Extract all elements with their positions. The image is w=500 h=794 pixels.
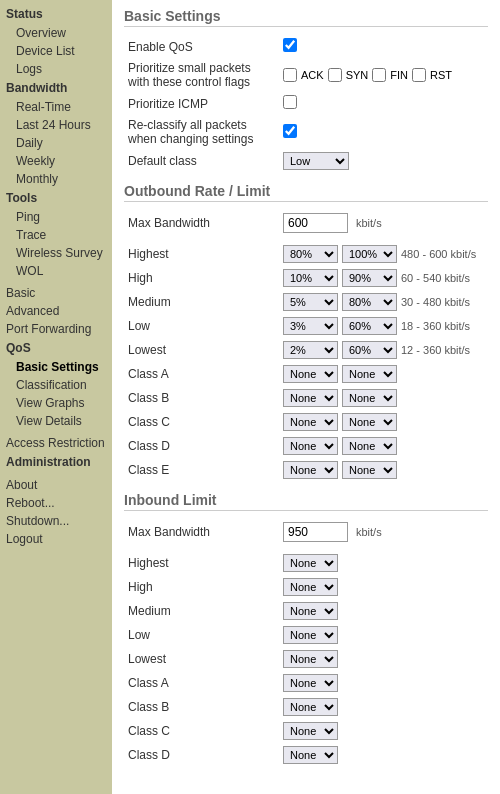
inbound-sel-3[interactable]: None10%20%30%40%50%60%70%80%90%100%	[283, 626, 338, 644]
outbound-sel1-6[interactable]: 80%10%5%3%2%None15%20%25%30%40%50%60%70%…	[283, 389, 338, 407]
outbound-title: Outbound Rate / Limit	[124, 183, 488, 202]
enable-qos-row: Enable QoS	[124, 35, 488, 58]
inbound-label-7: Class C	[124, 719, 279, 743]
default-class-row: Default class Low Lowest Highest High Me…	[124, 149, 488, 173]
outbound-row-medium: Medium80%10%5%3%2%None15%20%25%30%40%50%…	[124, 290, 488, 314]
inbound-sel-2[interactable]: None10%20%30%40%50%60%70%80%90%100%	[283, 602, 338, 620]
sidebar-item-view-details[interactable]: View Details	[0, 412, 112, 430]
outbound-sel1-5[interactable]: 80%10%5%3%2%None15%20%25%30%40%50%60%70%…	[283, 365, 338, 383]
sidebar-item-port-forwarding[interactable]: Port Forwarding	[0, 320, 112, 338]
outbound-sel1-3[interactable]: 80%10%5%3%2%None15%20%25%30%40%50%60%70%…	[283, 317, 338, 335]
inbound-sel-5[interactable]: None10%20%30%40%50%60%70%80%90%100%	[283, 674, 338, 692]
outbound-sel2-9[interactable]: 100%90%80%70%60%50%40%30%20%10%None	[342, 461, 397, 479]
prioritize-small-row: Prioritize small packets with these cont…	[124, 58, 488, 92]
max-bandwidth-input[interactable]	[283, 213, 348, 233]
inbound-sel-0[interactable]: None10%20%30%40%50%60%70%80%90%100%	[283, 554, 338, 572]
sidebar-item-advanced[interactable]: Advanced	[0, 302, 112, 320]
fin-checkbox[interactable]	[372, 68, 386, 82]
outbound-sel1-7[interactable]: 80%10%5%3%2%None15%20%25%30%40%50%60%70%…	[283, 413, 338, 431]
sidebar-item-real-time[interactable]: Real-Time	[0, 98, 112, 116]
sidebar-item-reboot-[interactable]: Reboot...	[0, 494, 112, 512]
outbound-range-4: 12 - 360 kbit/s	[401, 344, 470, 356]
sidebar-item-wol[interactable]: WOL	[0, 262, 112, 280]
prioritize-icmp-checkbox[interactable]	[283, 95, 297, 109]
outbound-label-9: Class E	[124, 458, 279, 482]
outbound-sel1-0[interactable]: 80%10%5%3%2%None15%20%25%30%40%50%60%70%…	[283, 245, 338, 263]
inbound-label-3: Low	[124, 623, 279, 647]
outbound-sel2-2[interactable]: 100%90%80%70%60%50%40%30%20%10%None	[342, 293, 397, 311]
prioritize-small-label: Prioritize small packets with these cont…	[124, 58, 279, 92]
outbound-sel2-0[interactable]: 100%90%80%70%60%50%40%30%20%10%None	[342, 245, 397, 263]
reclassify-checkbox[interactable]	[283, 124, 297, 138]
inbound-label-0: Highest	[124, 551, 279, 575]
outbound-sel2-5[interactable]: 100%90%80%70%60%50%40%30%20%10%None	[342, 365, 397, 383]
outbound-range-3: 18 - 360 kbit/s	[401, 320, 470, 332]
outbound-range-2: 30 - 480 kbit/s	[401, 296, 470, 308]
sidebar-item-about[interactable]: About	[0, 476, 112, 494]
sidebar-item-daily[interactable]: Daily	[0, 134, 112, 152]
inbound-label-5: Class A	[124, 671, 279, 695]
default-class-select[interactable]: Low Lowest Highest High Medium	[283, 152, 349, 170]
enable-qos-label: Enable QoS	[124, 35, 279, 58]
outbound-sel2-7[interactable]: 100%90%80%70%60%50%40%30%20%10%None	[342, 413, 397, 431]
inbound-row-class-d: Class DNone10%20%30%40%50%60%70%80%90%10…	[124, 743, 488, 767]
sidebar-item-view-graphs[interactable]: View Graphs	[0, 394, 112, 412]
inbound-label-2: Medium	[124, 599, 279, 623]
outbound-label-2: Medium	[124, 290, 279, 314]
inbound-max-bandwidth-input[interactable]	[283, 522, 348, 542]
outbound-row-high: High80%10%5%3%2%None15%20%25%30%40%50%60…	[124, 266, 488, 290]
sidebar-item-basic-settings[interactable]: Basic Settings	[0, 358, 112, 376]
sidebar-item-trace[interactable]: Trace	[0, 226, 112, 244]
outbound-label-0: Highest	[124, 242, 279, 266]
outbound-sel2-3[interactable]: 100%90%80%70%60%50%40%30%20%10%None	[342, 317, 397, 335]
sidebar-item-logs[interactable]: Logs	[0, 60, 112, 78]
inbound-label-6: Class B	[124, 695, 279, 719]
basic-settings-table: Enable QoS Prioritize small packets with…	[124, 35, 488, 173]
inbound-sel-6[interactable]: None10%20%30%40%50%60%70%80%90%100%	[283, 698, 338, 716]
ack-checkbox[interactable]	[283, 68, 297, 82]
sidebar-item-weekly[interactable]: Weekly	[0, 152, 112, 170]
outbound-row-class-a: Class A80%10%5%3%2%None15%20%25%30%40%50…	[124, 362, 488, 386]
outbound-sel2-4[interactable]: 100%90%80%70%60%50%40%30%20%10%None	[342, 341, 397, 359]
inbound-label-8: Class D	[124, 743, 279, 767]
syn-checkbox[interactable]	[328, 68, 342, 82]
inbound-sel-1[interactable]: None10%20%30%40%50%60%70%80%90%100%	[283, 578, 338, 596]
sidebar-item-device-list[interactable]: Device List	[0, 42, 112, 60]
sidebar-item-monthly[interactable]: Monthly	[0, 170, 112, 188]
sidebar-item-logout[interactable]: Logout	[0, 530, 112, 548]
outbound-sel1-1[interactable]: 80%10%5%3%2%None15%20%25%30%40%50%60%70%…	[283, 269, 338, 287]
sidebar-item-overview[interactable]: Overview	[0, 24, 112, 42]
sidebar-item-wireless-survey[interactable]: Wireless Survey	[0, 244, 112, 262]
inbound-row-low: LowNone10%20%30%40%50%60%70%80%90%100%	[124, 623, 488, 647]
sidebar-item-access-restriction[interactable]: Access Restriction	[0, 434, 112, 452]
outbound-sel2-6[interactable]: 100%90%80%70%60%50%40%30%20%10%None	[342, 389, 397, 407]
sidebar-item-shutdown-[interactable]: Shutdown...	[0, 512, 112, 530]
inbound-table: Max Bandwidth kbit/s HighestNone10%20%30…	[124, 519, 488, 767]
inbound-row-high: HighNone10%20%30%40%50%60%70%80%90%100%	[124, 575, 488, 599]
inbound-row-highest: HighestNone10%20%30%40%50%60%70%80%90%10…	[124, 551, 488, 575]
inbound-label-1: High	[124, 575, 279, 599]
outbound-sel2-8[interactable]: 100%90%80%70%60%50%40%30%20%10%None	[342, 437, 397, 455]
sidebar-header-qos: QoS	[0, 338, 112, 358]
inbound-row-medium: MediumNone10%20%30%40%50%60%70%80%90%100…	[124, 599, 488, 623]
inbound-sel-8[interactable]: None10%20%30%40%50%60%70%80%90%100%	[283, 746, 338, 764]
enable-qos-checkbox[interactable]	[283, 38, 297, 52]
rst-checkbox[interactable]	[412, 68, 426, 82]
outbound-sel1-2[interactable]: 80%10%5%3%2%None15%20%25%30%40%50%60%70%…	[283, 293, 338, 311]
outbound-table: Max Bandwidth kbit/s Highest80%10%5%3%2%…	[124, 210, 488, 482]
sidebar: StatusOverviewDevice ListLogsBandwidthRe…	[0, 0, 112, 794]
inbound-sel-4[interactable]: None10%20%30%40%50%60%70%80%90%100%	[283, 650, 338, 668]
outbound-sel1-9[interactable]: 80%10%5%3%2%None15%20%25%30%40%50%60%70%…	[283, 461, 338, 479]
outbound-label-8: Class D	[124, 434, 279, 458]
sidebar-item-last-24-hours[interactable]: Last 24 Hours	[0, 116, 112, 134]
sidebar-item-basic[interactable]: Basic	[0, 284, 112, 302]
inbound-sel-7[interactable]: None10%20%30%40%50%60%70%80%90%100%	[283, 722, 338, 740]
sidebar-header-status: Status	[0, 4, 112, 24]
outbound-sel2-1[interactable]: 100%90%80%70%60%50%40%30%20%10%None	[342, 269, 397, 287]
sidebar-item-ping[interactable]: Ping	[0, 208, 112, 226]
sidebar-item-classification[interactable]: Classification	[0, 376, 112, 394]
outbound-sel1-8[interactable]: 80%10%5%3%2%None15%20%25%30%40%50%60%70%…	[283, 437, 338, 455]
outbound-row-class-b: Class B80%10%5%3%2%None15%20%25%30%40%50…	[124, 386, 488, 410]
outbound-sel1-4[interactable]: 80%10%5%3%2%None15%20%25%30%40%50%60%70%…	[283, 341, 338, 359]
basic-settings-title: Basic Settings	[124, 8, 488, 27]
